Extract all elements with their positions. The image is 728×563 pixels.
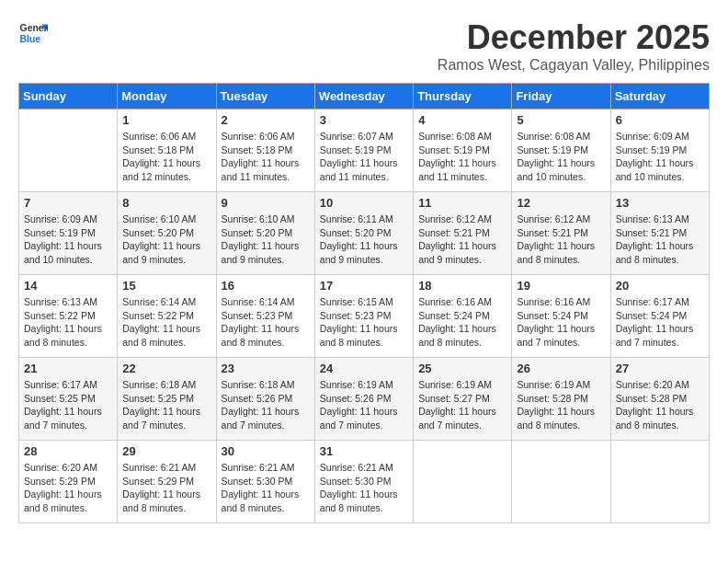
day-number: 2 (222, 113, 310, 127)
header-wednesday: Wednesday (314, 84, 413, 109)
day-number: 17 (320, 279, 408, 293)
calendar-cell: 11Sunrise: 6:12 AM Sunset: 5:21 PM Dayli… (414, 192, 512, 275)
day-info: Sunrise: 6:17 AM Sunset: 5:25 PM Dayligh… (24, 378, 112, 432)
day-number: 4 (418, 113, 506, 127)
day-number: 31 (320, 444, 408, 458)
header-monday: Monday (118, 84, 216, 109)
day-info: Sunrise: 6:18 AM Sunset: 5:25 PM Dayligh… (122, 378, 210, 432)
day-number: 9 (222, 196, 310, 210)
day-number: 13 (616, 196, 704, 210)
day-number: 12 (517, 196, 605, 210)
day-info: Sunrise: 6:13 AM Sunset: 5:22 PM Dayligh… (24, 295, 112, 350)
day-info: Sunrise: 6:21 AM Sunset: 5:29 PM Dayligh… (122, 461, 210, 515)
day-number: 21 (24, 362, 112, 375)
day-info: Sunrise: 6:06 AM Sunset: 5:18 PM Dayligh… (122, 130, 210, 184)
calendar-cell (414, 441, 512, 523)
day-number: 11 (418, 196, 506, 210)
calendar-cell: 20Sunrise: 6:17 AM Sunset: 5:24 PM Dayli… (610, 275, 709, 358)
day-info: Sunrise: 6:19 AM Sunset: 5:28 PM Dayligh… (517, 378, 605, 432)
week-row-3: 14Sunrise: 6:13 AM Sunset: 5:22 PM Dayli… (19, 275, 710, 358)
calendar-cell: 2Sunrise: 6:06 AM Sunset: 5:18 PM Daylig… (216, 109, 314, 192)
day-number: 25 (418, 362, 506, 375)
calendar-cell (19, 109, 118, 192)
calendar-cell: 27Sunrise: 6:20 AM Sunset: 5:28 PM Dayli… (610, 358, 709, 441)
day-info: Sunrise: 6:06 AM Sunset: 5:18 PM Dayligh… (222, 130, 310, 184)
day-number: 29 (122, 444, 210, 458)
calendar-cell: 13Sunrise: 6:13 AM Sunset: 5:21 PM Dayli… (610, 192, 709, 275)
calendar-cell: 21Sunrise: 6:17 AM Sunset: 5:25 PM Dayli… (19, 358, 118, 441)
location-title: Ramos West, Cagayan Valley, Philippines (438, 57, 710, 74)
day-info: Sunrise: 6:08 AM Sunset: 5:19 PM Dayligh… (418, 130, 506, 184)
day-info: Sunrise: 6:15 AM Sunset: 5:23 PM Dayligh… (320, 295, 408, 350)
day-info: Sunrise: 6:20 AM Sunset: 5:29 PM Dayligh… (24, 461, 112, 515)
day-number: 15 (122, 279, 210, 293)
week-row-2: 7Sunrise: 6:09 AM Sunset: 5:19 PM Daylig… (19, 192, 710, 275)
svg-text:Blue: Blue (20, 34, 41, 44)
calendar-cell: 19Sunrise: 6:16 AM Sunset: 5:24 PM Dayli… (512, 275, 610, 358)
day-number: 26 (517, 362, 605, 375)
day-number: 6 (616, 113, 704, 127)
day-info: Sunrise: 6:19 AM Sunset: 5:26 PM Dayligh… (320, 378, 408, 432)
calendar-cell: 3Sunrise: 6:07 AM Sunset: 5:19 PM Daylig… (314, 109, 413, 192)
header-row: SundayMondayTuesdayWednesdayThursdayFrid… (19, 84, 710, 109)
calendar-table: SundayMondayTuesdayWednesdayThursdayFrid… (18, 83, 710, 523)
calendar-cell: 29Sunrise: 6:21 AM Sunset: 5:29 PM Dayli… (118, 441, 216, 523)
week-row-4: 21Sunrise: 6:17 AM Sunset: 5:25 PM Dayli… (19, 358, 710, 441)
day-info: Sunrise: 6:09 AM Sunset: 5:19 PM Dayligh… (24, 213, 112, 267)
calendar-cell: 26Sunrise: 6:19 AM Sunset: 5:28 PM Dayli… (512, 358, 610, 441)
header-saturday: Saturday (610, 84, 709, 109)
day-info: Sunrise: 6:13 AM Sunset: 5:21 PM Dayligh… (616, 213, 704, 267)
day-info: Sunrise: 6:17 AM Sunset: 5:24 PM Dayligh… (616, 295, 704, 350)
calendar-cell: 28Sunrise: 6:20 AM Sunset: 5:29 PM Dayli… (19, 441, 118, 523)
header-thursday: Thursday (414, 84, 512, 109)
calendar-cell: 9Sunrise: 6:10 AM Sunset: 5:20 PM Daylig… (216, 192, 314, 275)
header-sunday: Sunday (19, 84, 118, 109)
calendar-cell: 12Sunrise: 6:12 AM Sunset: 5:21 PM Dayli… (512, 192, 610, 275)
day-number: 3 (320, 113, 408, 127)
week-row-1: 1Sunrise: 6:06 AM Sunset: 5:18 PM Daylig… (19, 109, 710, 192)
page-header: General Blue December 2025 Ramos West, C… (18, 18, 710, 74)
calendar-cell (512, 441, 610, 523)
calendar-cell: 14Sunrise: 6:13 AM Sunset: 5:22 PM Dayli… (19, 275, 118, 358)
day-number: 30 (222, 444, 310, 458)
calendar-cell (610, 441, 709, 523)
calendar-cell: 24Sunrise: 6:19 AM Sunset: 5:26 PM Dayli… (314, 358, 413, 441)
logo-icon: General Blue (18, 18, 48, 48)
month-title: December 2025 (438, 18, 710, 57)
calendar-cell: 4Sunrise: 6:08 AM Sunset: 5:19 PM Daylig… (414, 109, 512, 192)
day-info: Sunrise: 6:14 AM Sunset: 5:23 PM Dayligh… (222, 295, 310, 350)
day-info: Sunrise: 6:11 AM Sunset: 5:20 PM Dayligh… (320, 213, 408, 267)
day-info: Sunrise: 6:21 AM Sunset: 5:30 PM Dayligh… (222, 461, 310, 515)
day-number: 5 (517, 113, 605, 127)
day-number: 7 (24, 196, 112, 210)
header-friday: Friday (512, 84, 610, 109)
day-number: 1 (122, 113, 210, 127)
calendar-cell: 30Sunrise: 6:21 AM Sunset: 5:30 PM Dayli… (216, 441, 314, 523)
week-row-5: 28Sunrise: 6:20 AM Sunset: 5:29 PM Dayli… (19, 441, 710, 523)
title-block: December 2025 Ramos West, Cagayan Valley… (438, 18, 710, 74)
calendar-cell: 25Sunrise: 6:19 AM Sunset: 5:27 PM Dayli… (414, 358, 512, 441)
day-number: 20 (616, 279, 704, 293)
day-info: Sunrise: 6:12 AM Sunset: 5:21 PM Dayligh… (517, 213, 605, 267)
day-number: 16 (222, 279, 310, 293)
calendar-cell: 17Sunrise: 6:15 AM Sunset: 5:23 PM Dayli… (314, 275, 413, 358)
day-info: Sunrise: 6:19 AM Sunset: 5:27 PM Dayligh… (418, 378, 506, 432)
day-info: Sunrise: 6:09 AM Sunset: 5:19 PM Dayligh… (616, 130, 704, 184)
day-info: Sunrise: 6:12 AM Sunset: 5:21 PM Dayligh… (418, 213, 506, 267)
logo: General Blue (18, 18, 48, 48)
calendar-cell: 16Sunrise: 6:14 AM Sunset: 5:23 PM Dayli… (216, 275, 314, 358)
day-info: Sunrise: 6:10 AM Sunset: 5:20 PM Dayligh… (222, 213, 310, 267)
day-info: Sunrise: 6:10 AM Sunset: 5:20 PM Dayligh… (122, 213, 210, 267)
day-info: Sunrise: 6:16 AM Sunset: 5:24 PM Dayligh… (517, 295, 605, 350)
day-number: 10 (320, 196, 408, 210)
day-info: Sunrise: 6:16 AM Sunset: 5:24 PM Dayligh… (418, 295, 506, 350)
day-number: 23 (222, 362, 310, 375)
day-info: Sunrise: 6:20 AM Sunset: 5:28 PM Dayligh… (616, 378, 704, 432)
calendar-cell: 1Sunrise: 6:06 AM Sunset: 5:18 PM Daylig… (118, 109, 216, 192)
calendar-cell: 31Sunrise: 6:21 AM Sunset: 5:30 PM Dayli… (314, 441, 413, 523)
day-info: Sunrise: 6:18 AM Sunset: 5:26 PM Dayligh… (222, 378, 310, 432)
day-number: 18 (418, 279, 506, 293)
day-info: Sunrise: 6:21 AM Sunset: 5:30 PM Dayligh… (320, 461, 408, 515)
day-number: 19 (517, 279, 605, 293)
day-number: 14 (24, 279, 112, 293)
